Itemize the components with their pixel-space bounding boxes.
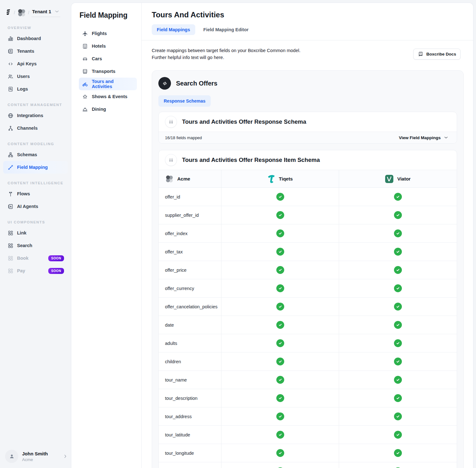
column-header-tiqets: Tiqets (221, 170, 339, 188)
field-name: tour_longitude (165, 451, 194, 456)
sidebar-item-search[interactable]: Search (0, 239, 71, 252)
sidebar-item-logs[interactable]: Logs (0, 83, 71, 95)
check-circle-icon (276, 431, 284, 439)
check-icon (395, 414, 401, 419)
app-logo-icon[interactable] (5, 9, 12, 16)
description-line: Further helpful info text will go here. (152, 54, 301, 61)
mapping-cell-viator (339, 243, 457, 261)
chevron-down-icon (444, 135, 449, 140)
check-circle-icon (394, 412, 402, 420)
check-icon (395, 249, 401, 254)
check-icon (395, 359, 401, 364)
org-avatar-icon[interactable] (17, 9, 26, 17)
field-name-cell (159, 462, 221, 468)
tabs: Field MappingsField Mapping Editor (152, 24, 463, 40)
panel-item-dining[interactable]: Dining (79, 103, 137, 116)
mapping-cell-viator (339, 316, 457, 334)
docs-button[interactable]: Boxcribe Docs (413, 49, 461, 60)
sidebar-item-label: Link (17, 230, 26, 235)
check-icon (277, 249, 283, 254)
check-circle-icon (394, 376, 402, 384)
field-name: offer_price (165, 268, 186, 273)
check-icon (277, 194, 283, 199)
field-mapping-icon (8, 164, 14, 170)
mapping-cell-tiqets (221, 316, 339, 334)
sidebar-item-integrations[interactable]: Integrations (0, 109, 71, 122)
sidebar-item-label: AI Agents (17, 204, 38, 209)
field-name: offer_currency (165, 286, 194, 291)
hotels-icon (82, 43, 88, 49)
panel-item-transports[interactable]: Transports (79, 65, 137, 78)
sidebar-item-label: Pay (17, 268, 25, 273)
list-icon (168, 119, 174, 125)
section-title: Search Offers (176, 80, 217, 87)
table-row: offer_index (159, 224, 457, 243)
view-field-mappings-button[interactable]: View Field Mappings (397, 135, 450, 140)
transports-icon (82, 68, 88, 74)
panel-item-shows-events[interactable]: Shows & Events (79, 90, 137, 103)
field-name-cell: tour_name (159, 371, 221, 389)
search-offers-section: Search Offers Response Schemas Tours and… (152, 70, 464, 468)
tenant-selector[interactable]: Tenant 1 (32, 8, 61, 17)
sidebar-item-api-keys[interactable]: Api Keys (0, 57, 71, 70)
sidebar-item-label: Logs (17, 86, 28, 92)
table-row: offer_currency (159, 279, 457, 298)
users-icon (8, 74, 14, 80)
panel-item-label: Tours and Activities (92, 79, 134, 89)
check-circle-icon (394, 266, 402, 274)
field-name-cell: date (159, 316, 221, 334)
table-row (159, 462, 457, 468)
check-icon (277, 341, 283, 346)
flows-icon (8, 191, 14, 197)
sidebar-item-channels[interactable]: Channels (0, 122, 71, 134)
mapping-cell-tiqets (221, 334, 339, 352)
schema-card-header: Tours and Activities Offer Response Sche… (159, 112, 457, 132)
panel-item-hotels[interactable]: Hotels (79, 40, 137, 52)
sidebar-item-users[interactable]: Users (0, 70, 71, 83)
mapping-cell-viator (339, 371, 457, 389)
panel-item-tours-and-activities[interactable]: Tours and Activities (79, 78, 137, 90)
field-name-cell: offer_tax (159, 243, 221, 261)
sidebar-item-flows[interactable]: Flows (0, 187, 71, 200)
sidebar-item-schemas[interactable]: Schemas (0, 148, 71, 161)
table-row: tour_address (159, 407, 457, 426)
sidebar-item-tenants[interactable]: Tenants (0, 45, 71, 57)
mapping-cell-tiqets (221, 298, 339, 316)
sidebar-item-field-mapping[interactable]: Field Mapping (3, 161, 68, 174)
breadcrumb-separator: / (14, 10, 15, 15)
schema-card-header: Tours and Activities Offer Response Item… (159, 150, 457, 170)
check-icon (395, 432, 401, 437)
tours-icon (82, 81, 88, 87)
user-menu[interactable]: John Smith Acme (5, 450, 68, 463)
panel-item-label: Cars (92, 56, 102, 61)
check-icon (277, 432, 283, 437)
sidebar-item-label: Flows (17, 191, 30, 196)
viator-logo (385, 175, 393, 183)
sidebar-item-ai-agents[interactable]: AI Agents (0, 200, 71, 213)
panel-item-cars[interactable]: Cars (79, 52, 137, 65)
check-icon (277, 396, 283, 400)
schema-list-circle (165, 116, 177, 128)
logs-icon (8, 86, 14, 92)
check-circle-icon (276, 321, 284, 329)
tab-field-mappings[interactable]: Field Mappings (152, 24, 195, 35)
panel-item-label: Flights (92, 31, 107, 36)
table-row: children (159, 352, 457, 371)
fields-mapped-count: 16/18 fields mapped (165, 135, 202, 140)
check-circle-icon (276, 394, 284, 402)
panel-item-flights[interactable]: Flights (79, 27, 137, 40)
sidebar-item-dashboard[interactable]: Dashboard (0, 32, 71, 45)
ai-agents-icon (8, 204, 14, 210)
column-label: Tiqets (279, 176, 293, 181)
user-meta: John Smith Acme (22, 451, 48, 462)
response-schemas-chip[interactable]: Response Schemas (158, 95, 211, 107)
field-mapping-panel: Field Mapping FlightsHotelsCarsTransport… (71, 3, 142, 468)
table-row: tour_longitude (159, 444, 457, 462)
mapping-cell-viator (339, 298, 457, 316)
tab-field-mapping-editor[interactable]: Field Mapping Editor (198, 24, 254, 35)
table-row: offer_id (159, 188, 457, 206)
check-circle-icon (394, 248, 402, 256)
field-name: tour_address (165, 414, 192, 419)
content: Tours And Activities Field MappingsField… (142, 3, 473, 468)
sidebar-item-link[interactable]: Link (0, 227, 71, 239)
